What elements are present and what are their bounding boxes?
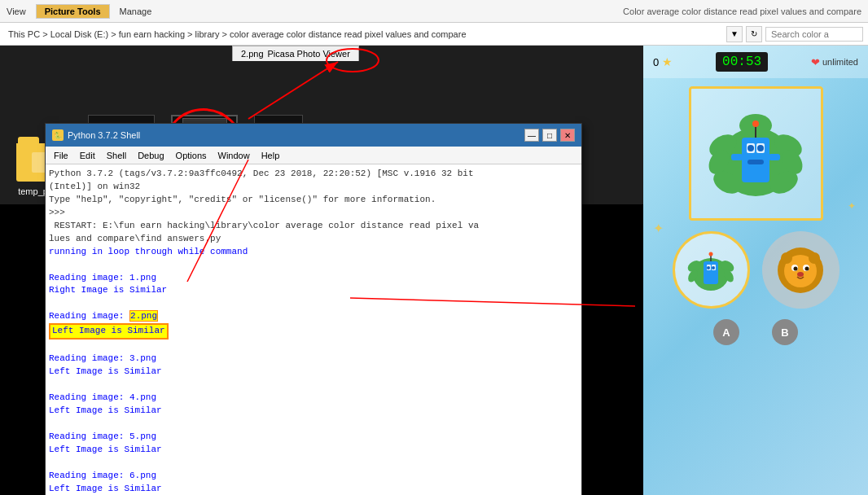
svg-point-17 — [757, 145, 764, 151]
option-a-container — [673, 231, 750, 309]
game-panel: 0 ★ 00:53 ❤ unlimited — [643, 46, 868, 495]
shell-titlebar: 🐍 Python 3.7.2 Shell — □ ✕ — [46, 124, 581, 147]
python-shell-window: 🐍 Python 3.7.2 Shell — □ ✕ File Edit She… — [45, 123, 582, 495]
button-b[interactable]: B — [772, 319, 798, 345]
main-character-svg — [703, 101, 809, 207]
shell-title: 🐍 Python 3.7.2 Shell — [52, 129, 140, 141]
game-timer: 00:53 — [716, 52, 768, 72]
main-char-container — [643, 78, 868, 225]
shell-line-16: Left Image is Similar — [49, 366, 578, 379]
shell-line-7: running in loop through while command — [49, 246, 578, 259]
shell-line-24: Reading image: 6.png — [49, 470, 578, 483]
deco-star-left: ✦ — [653, 221, 664, 236]
address-path: This PC > Local Disk (E:) > fun earn hac… — [5, 29, 723, 39]
main-char-frame — [689, 86, 823, 221]
shell-line-6: lues and compare\find answers.py — [49, 233, 578, 246]
svg-point-42 — [781, 252, 792, 264]
highlight-2png: 2.png — [129, 310, 158, 322]
shell-line-12: Reading image: 2.png — [49, 310, 578, 323]
shell-line-18: Reading image: 4.png — [49, 392, 578, 405]
svg-rect-21 — [731, 154, 743, 160]
picture-tools-tab[interactable]: Picture Tools — [36, 4, 110, 19]
svg-point-20 — [752, 120, 759, 127]
menu-window[interactable]: Window — [213, 151, 255, 160]
svg-point-32 — [712, 266, 715, 269]
shell-window-controls: — □ ✕ — [524, 129, 575, 142]
option-b-container — [762, 231, 840, 309]
svg-point-43 — [809, 252, 820, 264]
shell-line-25: Left Image is Similar — [49, 483, 578, 496]
refresh-button[interactable]: ↻ — [746, 26, 762, 42]
picasa-tab[interactable]: 2.png Picasa Photo Viewer — [232, 46, 359, 61]
svg-point-40 — [805, 266, 809, 270]
shell-line-9: Reading image: 1.png — [49, 272, 578, 285]
file-panel: temp_photos 1.png — [0, 46, 643, 495]
shell-body: Python 3.7.2 (tags/v3.7.2:9a3ffc0492, De… — [46, 164, 581, 495]
game-header: 0 ★ 00:53 ❤ unlimited — [643, 46, 868, 78]
game-score: 0 ★ — [653, 55, 673, 68]
menu-shell[interactable]: Shell — [102, 151, 131, 160]
answer-options — [643, 225, 868, 315]
shell-line-13: Left Image is Similar — [49, 323, 578, 339]
lives-label: unlimited — [822, 57, 858, 67]
shell-line-5: RESTART: E:\fun earn hacking\library\col… — [49, 220, 578, 233]
option-a-character — [685, 243, 738, 296]
svg-rect-18 — [747, 160, 764, 164]
option-a-frame[interactable] — [673, 231, 750, 309]
svg-point-31 — [707, 266, 710, 269]
shell-line-11 — [49, 297, 578, 310]
toolbar: View Picture Tools Manage Color average … — [0, 0, 868, 23]
address-dropdown[interactable]: ▼ — [726, 26, 743, 42]
shell-line-19: Left Image is Similar — [49, 405, 578, 418]
menu-debug[interactable]: Debug — [133, 151, 169, 160]
option-b-character — [772, 242, 829, 299]
shell-line-23 — [49, 457, 578, 470]
svg-point-39 — [794, 266, 798, 270]
shell-line-2: (Intel)] on win32 — [49, 181, 578, 194]
close-button[interactable]: ✕ — [560, 129, 575, 142]
picasa-filename: 2.png — [241, 49, 264, 59]
shell-line-1: Python 3.7.2 (tags/v3.7.2:9a3ffc0492, De… — [49, 168, 578, 181]
menu-help[interactable]: Help — [256, 151, 285, 160]
answer-buttons: A B — [643, 315, 868, 349]
deco-star-right: ✦ — [848, 200, 856, 212]
address-bar: This PC > Local Disk (E:) > fun earn hac… — [0, 23, 868, 46]
svg-rect-28 — [704, 261, 718, 284]
shell-line-15: Reading image: 3.png — [49, 353, 578, 366]
shell-title-text: Python 3.7.2 Shell — [68, 130, 140, 140]
svg-rect-22 — [769, 154, 780, 160]
shell-line-3: Type "help", "copyright", "credits" or "… — [49, 194, 578, 207]
option-b-frame[interactable] — [762, 231, 840, 309]
shell-line-4: >>> — [49, 207, 578, 220]
python-icon: 🐍 — [52, 129, 64, 141]
maximize-button[interactable]: □ — [542, 129, 557, 142]
svg-point-16 — [747, 145, 754, 151]
shell-line-10: Right Image is Similar — [49, 284, 578, 297]
shell-line-8 — [49, 259, 578, 272]
manage-tab[interactable]: Manage — [120, 7, 152, 16]
shell-line-17 — [49, 379, 578, 392]
shell-line-22: Left Image is Similar — [49, 444, 578, 457]
main-content: temp_photos 1.png — [0, 46, 868, 495]
menu-file[interactable]: File — [49, 151, 73, 160]
minimize-button[interactable]: — — [524, 129, 539, 142]
game-lives: ❤ unlimited — [811, 56, 858, 68]
svg-point-34 — [708, 252, 712, 256]
view-tab[interactable]: View — [7, 7, 26, 16]
star-icon: ★ — [662, 55, 673, 68]
shell-line-21: Reading image: 5.png — [49, 431, 578, 444]
shell-line-14 — [49, 339, 578, 353]
menu-options[interactable]: Options — [171, 151, 212, 160]
button-a[interactable]: A — [713, 319, 739, 345]
toolbar-title: Color average color distance read pixel … — [623, 7, 861, 16]
menu-edit[interactable]: Edit — [75, 151, 100, 160]
shell-menubar: File Edit Shell Debug Options Window Hel… — [46, 147, 581, 164]
heart-icon: ❤ — [811, 56, 820, 68]
svg-point-41 — [797, 272, 804, 277]
search-input[interactable] — [765, 27, 863, 42]
picasa-appname: Picasa Photo Viewer — [268, 49, 350, 59]
highlight-left-image: Left Image is Similar — [49, 323, 169, 339]
shell-line-20 — [49, 418, 578, 431]
score-value: 0 — [653, 56, 659, 68]
